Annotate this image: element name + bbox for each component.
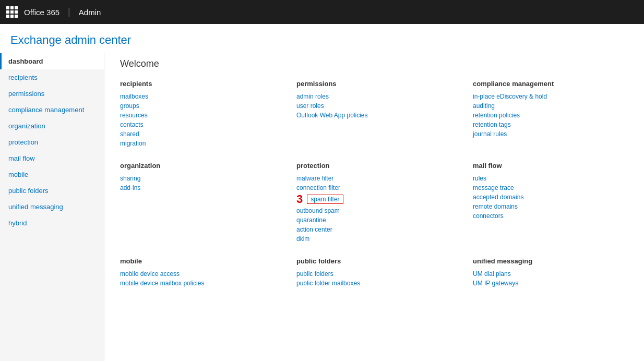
sidebar-item-permissions[interactable]: permissions [0,86,104,102]
link-mobile-device-access[interactable]: mobile device access [120,270,276,277]
link-connection-filter[interactable]: connection filter [296,184,452,191]
section-public-folders: public folders public folders public fol… [296,257,452,289]
link-message-trace[interactable]: message trace [473,184,628,191]
link-retention-tags[interactable]: retention tags [473,121,628,128]
link-dkim[interactable]: dkim [296,235,452,243]
section-title-public-folders: public folders [296,257,452,265]
link-outbound-spam[interactable]: outbound spam [296,207,452,214]
section-unified-messaging: unified messaging UM dial plans UM IP ga… [473,257,628,289]
link-outlook-web-app-policies[interactable]: Outlook Web App policies [296,112,452,119]
dashboard-grid: recipients mailboxes groups resources co… [120,80,628,289]
section-compliance: compliance management in-place eDiscover… [473,80,628,149]
link-accepted-domains[interactable]: accepted domains [473,194,628,201]
link-contacts[interactable]: contacts [120,121,276,128]
app-name: Office 365 [24,8,59,17]
link-journal-rules[interactable]: journal rules [473,130,628,138]
section-organization: organization sharing add-ins [120,162,276,245]
link-rules[interactable]: rules [473,175,628,182]
sidebar-item-mail-flow[interactable]: mail flow [0,150,104,166]
content-area: Welcome recipients mailboxes groups reso… [104,53,644,361]
link-public-folder-mailboxes[interactable]: public folder mailboxes [296,280,452,287]
section-title-mobile: mobile [120,257,276,265]
section-protection: protection malware filter connection fil… [296,162,452,245]
sidebar-item-mobile[interactable]: mobile [0,166,104,183]
section-title-protection: protection [296,162,452,170]
link-connectors[interactable]: connectors [473,212,628,220]
spam-filter-row: 3 spam filter [296,194,452,205]
topbar: Office 365 | Admin [0,0,644,24]
link-remote-domains[interactable]: remote domains [473,203,628,210]
sidebar-item-organization[interactable]: organization [0,118,104,134]
link-action-center[interactable]: action center [296,226,452,233]
link-user-roles[interactable]: user roles [296,102,452,110]
step-number: 3 [296,194,303,205]
grid-icon[interactable] [6,6,18,18]
link-groups[interactable]: groups [120,102,276,110]
sidebar-item-recipients[interactable]: recipients [0,69,104,86]
sidebar-item-dashboard[interactable]: dashboard [0,53,104,69]
sidebar-item-protection[interactable]: protection [0,134,104,150]
sidebar-item-public-folders[interactable]: public folders [0,183,104,199]
link-malware-filter[interactable]: malware filter [296,175,452,182]
link-resources[interactable]: resources [120,112,276,119]
link-inplace-ediscovery[interactable]: in-place eDiscovery & hold [473,93,628,100]
section-title-unified-messaging: unified messaging [473,257,628,265]
link-addins[interactable]: add-ins [120,184,276,191]
link-um-dial-plans[interactable]: UM dial plans [473,270,628,277]
link-public-folders[interactable]: public folders [296,270,452,277]
section-recipients: recipients mailboxes groups resources co… [120,80,276,149]
sidebar: dashboard recipients permissions complia… [0,53,104,361]
section-title-organization: organization [120,162,276,170]
topbar-admin: Admin [79,8,101,17]
sidebar-item-compliance-management[interactable]: compliance management [0,102,104,118]
main-layout: dashboard recipients permissions complia… [0,53,644,361]
section-mobile: mobile mobile device access mobile devic… [120,257,276,289]
section-title-compliance: compliance management [473,80,628,88]
section-permissions: permissions admin roles user roles Outlo… [296,80,452,149]
link-retention-policies[interactable]: retention policies [473,112,628,119]
link-sharing[interactable]: sharing [120,175,276,182]
section-title-mail-flow: mail flow [473,162,628,170]
link-admin-roles[interactable]: admin roles [296,93,452,100]
link-um-ip-gateways[interactable]: UM IP gateways [473,280,628,287]
section-mail-flow: mail flow rules message trace accepted d… [473,162,628,245]
sidebar-item-hybrid[interactable]: hybrid [0,215,104,231]
section-title-recipients: recipients [120,80,276,88]
link-mobile-device-mailbox-policies[interactable]: mobile device mailbox policies [120,280,276,287]
link-auditing[interactable]: auditing [473,102,628,110]
link-spam-filter[interactable]: spam filter [307,195,343,204]
sidebar-item-unified-messaging[interactable]: unified messaging [0,199,104,215]
section-title-permissions: permissions [296,80,452,88]
link-migration[interactable]: migration [120,140,276,147]
topbar-divider: | [68,7,70,18]
link-mailboxes[interactable]: mailboxes [120,93,276,100]
welcome-heading: Welcome [120,58,628,69]
link-shared[interactable]: shared [120,130,276,138]
page-title: Exchange admin center [0,24,644,53]
link-quarantine[interactable]: quarantine [296,216,452,224]
